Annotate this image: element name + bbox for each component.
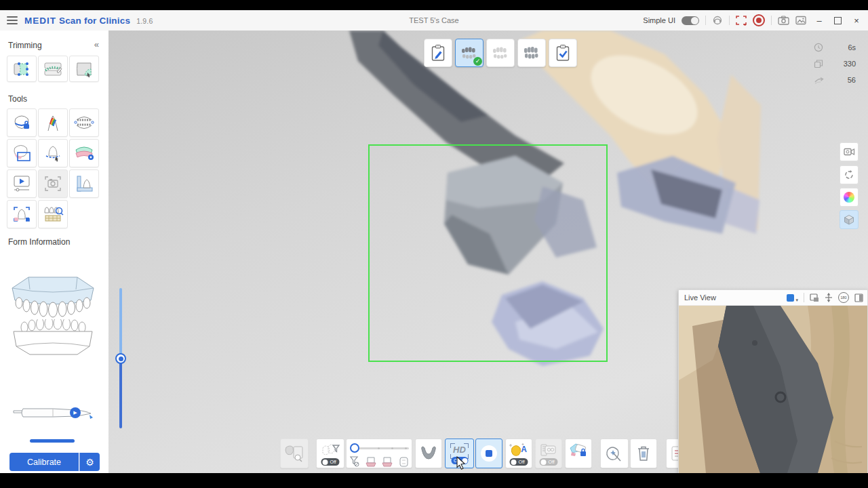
live-view-header[interactable]: Live View ▾ 180: [679, 290, 867, 306]
filter-icon: [320, 443, 340, 459]
auto-tooth-off-toggle[interactable]: Off: [510, 458, 528, 466]
upper-arch-diagram[interactable]: [9, 273, 96, 318]
capture-icon: [43, 174, 63, 193]
calibrate-button[interactable]: Calibrate: [9, 453, 79, 471]
filter-level-icons: [349, 455, 411, 468]
filter-strength-panel[interactable]: [346, 439, 412, 468]
titlebar: MEDIT Scan for Clinics 1.9.6 TEST 5's Ca…: [0, 10, 868, 31]
play-icon: ▶: [73, 410, 77, 415]
lock-data-button[interactable]: [7, 108, 37, 137]
crop-scan-icon: [12, 205, 32, 224]
auto-fill-button[interactable]: [600, 439, 629, 468]
stage-complete[interactable]: [549, 39, 577, 67]
stop-icon: [481, 445, 497, 462]
clock-icon: [814, 43, 823, 52]
undercut-check-button[interactable]: [38, 108, 68, 137]
scanner-lock-button[interactable]: [565, 439, 592, 468]
bite-adjust-icon: [73, 144, 95, 162]
occlusion-icon: [73, 114, 95, 131]
crop-scan-button[interactable]: [7, 200, 37, 228]
replay-scan-button[interactable]: [7, 169, 37, 198]
dropdown-icon: ▾: [795, 298, 798, 303]
scan-region-frame: [368, 144, 608, 362]
stage-bar: ✓: [424, 39, 577, 67]
video-record-button[interactable]: [840, 142, 859, 161]
color-mode-button[interactable]: [840, 188, 859, 207]
scan-review-icon: [284, 445, 304, 462]
area-trim-button[interactable]: [69, 56, 99, 82]
filter-off-label: Off: [330, 460, 336, 464]
soft-tissue-button[interactable]: [7, 139, 37, 167]
close-button[interactable]: ×: [850, 16, 863, 26]
margin-line-icon: [43, 144, 63, 163]
live-view-panel[interactable]: Live View ▾ 180: [678, 289, 868, 473]
stage-mandible[interactable]: [486, 39, 515, 67]
pip-layout-icon[interactable]: [810, 293, 819, 302]
live-view-tools: ▾ 180: [787, 290, 863, 305]
measure-button[interactable]: [69, 169, 99, 198]
trimming-section-title: Trimming: [8, 41, 42, 50]
mouse-cursor: [456, 456, 467, 470]
occlusion-teeth-icon: [522, 45, 541, 60]
calibrate-label: Calibrate: [27, 458, 61, 467]
minimize-button[interactable]: –: [813, 16, 825, 26]
depth-slider[interactable]: [115, 288, 126, 430]
occlusion-check-button[interactable]: [69, 108, 99, 137]
remote-off-toggle: Off: [540, 458, 558, 466]
maximize-button[interactable]: [834, 17, 842, 24]
live-view-feed: [679, 306, 867, 473]
bite-adjust-button[interactable]: [69, 139, 99, 167]
camera-icon[interactable]: [778, 16, 789, 25]
rotate-180-icon[interactable]: 180: [838, 292, 849, 303]
scanner-lock-icon: [569, 443, 588, 458]
simple-ui-label: Simple UI: [643, 16, 675, 24]
settings-gear-button[interactable]: ⚙: [79, 453, 100, 471]
color-wheel-icon: [844, 192, 854, 203]
stop-scan-button[interactable]: [475, 439, 502, 468]
record-button-icon[interactable]: [753, 14, 765, 26]
scanner-play-button[interactable]: ▶: [70, 407, 81, 418]
split-view-icon[interactable]: [854, 293, 863, 302]
capture-button: [38, 169, 68, 198]
tooth-numbering-button[interactable]: [38, 200, 68, 228]
rotate-180-label: 180: [840, 296, 846, 300]
simple-ui-toggle[interactable]: [682, 16, 699, 25]
stage-maxilla[interactable]: ✓: [455, 39, 484, 67]
remote-off-label: Off: [549, 460, 555, 464]
filter-slider-knob[interactable]: [350, 443, 359, 453]
sidebar: Trimming « Tools: [0, 30, 108, 473]
filter-off-toggle[interactable]: Off: [321, 458, 340, 466]
record-region-icon[interactable]: [736, 16, 747, 26]
view-mode-button[interactable]: [840, 210, 859, 229]
magic-tooth-icon: [604, 444, 625, 463]
stage-occlusion[interactable]: [517, 39, 546, 67]
overlay-color-button[interactable]: [787, 294, 794, 302]
delete-scan-button[interactable]: [630, 439, 657, 468]
flip-vertical-icon[interactable]: [825, 293, 833, 302]
scanner-illustration: [12, 402, 94, 422]
filter-toggle-button[interactable]: Off: [316, 439, 344, 468]
slider-knob[interactable]: [115, 353, 126, 364]
reset-view-icon: [844, 169, 854, 180]
titlebar-controls: Simple UI – ×: [643, 10, 863, 30]
denture-scan-button[interactable]: [415, 439, 442, 468]
filter-slider-track[interactable]: [359, 447, 409, 449]
measure-icon: [74, 174, 94, 193]
scan-viewport[interactable]: ✓ 6s 330 56: [108, 30, 868, 473]
screenshot-icon[interactable]: [795, 16, 807, 25]
auto-tooth-button[interactable]: A Off: [505, 439, 532, 468]
scan-angles-stat: 56: [814, 75, 856, 85]
denture-icon: [420, 445, 437, 462]
polygon-trim-button[interactable]: [7, 56, 37, 82]
lower-arch-diagram[interactable]: [9, 319, 96, 359]
form-clipboard-icon: [431, 44, 446, 62]
support-headset-icon[interactable]: [712, 15, 723, 26]
soft-tissue-icon: [12, 144, 32, 163]
stage-form-info[interactable]: [424, 39, 452, 67]
remote-control-button: Off: [535, 439, 562, 468]
brush-trim-button[interactable]: [38, 56, 68, 82]
polygon-trim-icon: [12, 61, 31, 77]
margin-line-button[interactable]: [38, 139, 68, 167]
collapse-sidebar-icon[interactable]: «: [94, 39, 99, 49]
reset-view-button[interactable]: [840, 165, 859, 184]
